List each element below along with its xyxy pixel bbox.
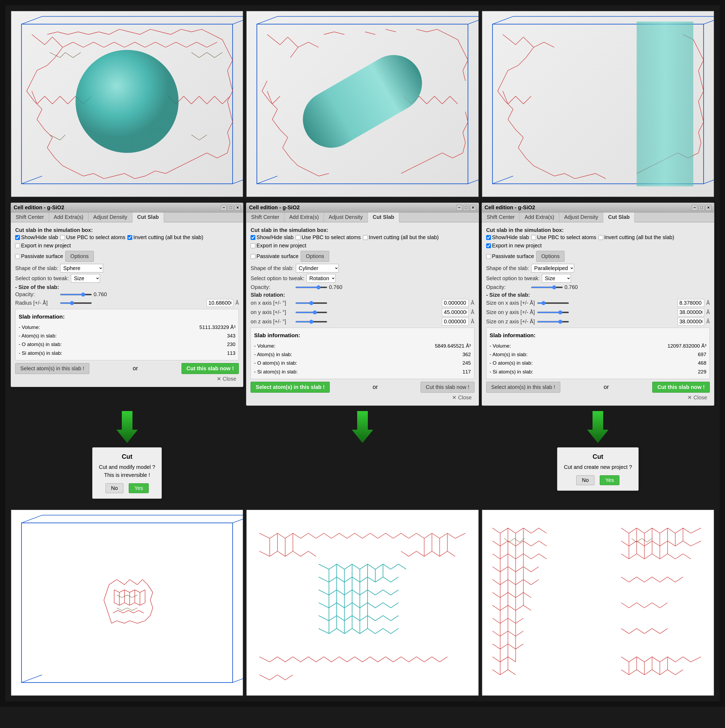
svg-line-134 xyxy=(411,163,422,168)
z-size-label-3: Size on z axis [+/- Å] xyxy=(486,318,535,325)
titlebar-buttons-3: − □ × xyxy=(692,205,711,211)
svg-line-597 xyxy=(660,670,667,675)
z-size-slider-3[interactable] xyxy=(537,321,569,323)
svg-line-629 xyxy=(629,603,636,608)
invert-cutting-check-3[interactable]: Invert cutting (all but the slab) xyxy=(598,234,674,240)
minimize-btn-2[interactable]: − xyxy=(456,205,462,211)
x-axis-input-2[interactable] xyxy=(442,299,469,307)
svg-line-178 xyxy=(518,58,526,65)
tab-shift-center-3[interactable]: Shift Center xyxy=(482,213,520,222)
svg-line-404 xyxy=(336,615,344,621)
options-btn-1[interactable]: Options xyxy=(65,251,94,262)
svg-line-387 xyxy=(360,590,367,595)
y-axis-slider-2[interactable] xyxy=(295,312,327,313)
use-pbc-check-3[interactable]: Use PBC to select atoms xyxy=(531,234,596,240)
svg-line-261 xyxy=(130,603,135,606)
options-btn-2[interactable]: Options xyxy=(301,251,329,262)
close-label-2[interactable]: ✕ Close xyxy=(251,393,474,402)
passivate-surface-check-1[interactable]: Passivate surface xyxy=(15,253,63,259)
opacity-slider-3[interactable] xyxy=(531,286,563,288)
show-hide-slab-check-3[interactable]: Show/Hide slab xyxy=(486,234,529,240)
export-new-project-check-1[interactable]: Export in new project xyxy=(15,243,71,249)
close-btn-3[interactable]: × xyxy=(705,205,711,211)
close-label-3[interactable]: ✕ Close xyxy=(486,393,710,402)
y-axis-input-2[interactable] xyxy=(442,309,469,316)
svg-line-575 xyxy=(636,554,644,559)
tab-add-extras-1[interactable]: Add Extra(s) xyxy=(49,213,89,222)
show-hide-slab-check-2[interactable]: Show/Hide slab xyxy=(251,234,294,240)
tab-adjust-density-2[interactable]: Adjust Density xyxy=(324,213,368,222)
maximize-btn-1[interactable]: □ xyxy=(228,205,234,211)
y-size-slider-3[interactable] xyxy=(537,312,569,313)
svg-line-242 xyxy=(112,621,117,623)
passivate-surface-check-2[interactable]: Passivate surface xyxy=(251,253,298,259)
shape-select-2[interactable]: Sphere Cylinder Parallelepiped xyxy=(296,264,339,272)
z-size-input-3[interactable] xyxy=(678,318,704,326)
opacity-slider-1[interactable] xyxy=(60,294,92,295)
minimize-btn-1[interactable]: − xyxy=(221,205,226,211)
tab-cut-slab-1[interactable]: Cut Slab xyxy=(133,213,164,222)
opacity-slider-2[interactable] xyxy=(295,286,327,288)
close-label-1[interactable]: ✕ Close xyxy=(15,374,239,384)
cylinder-slab xyxy=(293,45,433,158)
x-size-slider-3[interactable] xyxy=(537,302,569,304)
confirm-yes-btn-1[interactable]: Yes xyxy=(129,483,149,493)
svg-line-181 xyxy=(498,81,503,91)
svg-line-62 xyxy=(89,32,99,35)
invert-cutting-check-1[interactable]: Invert cutting (all but the slab) xyxy=(127,234,203,240)
svg-line-175 xyxy=(515,37,523,45)
maximize-btn-3[interactable]: □ xyxy=(699,205,705,211)
tab-adjust-density-1[interactable]: Adjust Density xyxy=(89,213,133,222)
tab-cut-slab-3[interactable]: Cut Slab xyxy=(603,213,635,222)
x-axis-slider-2[interactable] xyxy=(295,302,327,304)
passivate-surface-check-3[interactable]: Passivate surface xyxy=(486,253,534,259)
select-atoms-btn-3[interactable]: Select atom(s) in this slab ! xyxy=(486,382,560,393)
confirm-no-btn-1[interactable]: No xyxy=(106,483,124,493)
tab-shift-center-2[interactable]: Shift Center xyxy=(246,213,284,222)
confirm-yes-btn-3[interactable]: Yes xyxy=(600,475,620,485)
tab-shift-center-1[interactable]: Shift Center xyxy=(11,213,49,222)
cut-slab-btn-2[interactable]: Cut this slab now ! xyxy=(421,382,474,393)
options-btn-3[interactable]: Options xyxy=(536,251,565,262)
svg-line-486 xyxy=(531,580,539,584)
tab-add-extras-2[interactable]: Add Extra(s) xyxy=(284,213,324,222)
shape-select-1[interactable]: Sphere Cylinder Parallelepiped xyxy=(60,264,103,272)
close-btn-2[interactable]: × xyxy=(470,205,476,211)
tab-add-extras-3[interactable]: Add Extra(s) xyxy=(520,213,559,222)
tweak-select-2[interactable]: Size Position Rotation xyxy=(306,274,336,283)
export-new-project-check-2[interactable]: Export in new project xyxy=(251,243,306,249)
confirm-no-btn-3[interactable]: No xyxy=(576,475,594,485)
cut-slab-btn-3[interactable]: Cut this slab now ! xyxy=(652,382,710,393)
svg-line-84 xyxy=(45,96,52,104)
z-axis-input-2[interactable] xyxy=(442,318,469,326)
svg-line-113 xyxy=(257,176,277,184)
maximize-btn-2[interactable]: □ xyxy=(463,205,469,211)
x-size-input-3[interactable] xyxy=(678,299,704,307)
radius-input-1[interactable] xyxy=(206,299,233,307)
tweak-select-3[interactable]: Size Position Rotation xyxy=(542,274,571,283)
svg-line-120 xyxy=(291,47,298,58)
svg-line-239 xyxy=(104,600,107,608)
use-pbc-check-2[interactable]: Use PBC to select atoms xyxy=(295,234,361,240)
shape-select-3[interactable]: Sphere Cylinder Parallelepiped xyxy=(531,264,574,272)
tweak-select-1[interactable]: Size Position Rotation xyxy=(71,274,100,283)
select-atoms-btn-2[interactable]: Select atom(s) in this slab ! xyxy=(251,382,330,393)
z-axis-slider-2[interactable] xyxy=(295,321,327,323)
minimize-btn-3[interactable]: − xyxy=(692,205,697,211)
svg-line-85 xyxy=(52,96,60,104)
show-hide-slab-check-1[interactable]: Show/Hide slab xyxy=(15,234,58,240)
export-new-project-check-3[interactable]: Export in new project xyxy=(486,243,542,249)
atoms-value-3: 697 xyxy=(698,350,706,359)
tab-cut-slab-2[interactable]: Cut Slab xyxy=(368,213,399,222)
close-btn-1[interactable]: × xyxy=(234,205,240,211)
select-atoms-btn-1[interactable]: Select atom(s) in this slab ! xyxy=(15,363,89,374)
svg-line-642 xyxy=(514,538,519,542)
y-size-input-3[interactable] xyxy=(678,309,704,316)
use-pbc-check-1[interactable]: Use PBC to select atoms xyxy=(60,234,125,240)
tab-adjust-density-3[interactable]: Adjust Density xyxy=(559,213,603,222)
cut-slab-btn-1[interactable]: Cut this slab now ! xyxy=(182,363,239,374)
svg-line-627 xyxy=(675,577,683,582)
invert-cutting-check-2[interactable]: Invert cutting (all but the slab) xyxy=(363,234,439,240)
shape-row-3: Shape of the slab: Sphere Cylinder Paral… xyxy=(486,264,710,272)
radius-slider-1[interactable] xyxy=(60,302,92,304)
